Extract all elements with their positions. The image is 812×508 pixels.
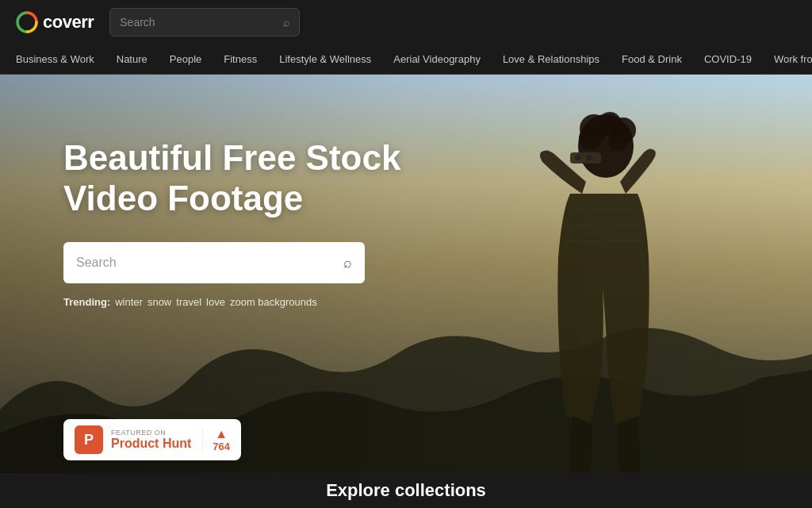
product-hunt-upvote: ▲ 764: [202, 428, 230, 452]
header-search-input[interactable]: [120, 16, 277, 29]
product-hunt-count: 764: [213, 441, 230, 452]
explore-collections-title: Explore collections: [326, 480, 486, 501]
trending-snow[interactable]: snow: [147, 296, 171, 308]
header-search-container: ⌕: [109, 8, 300, 37]
product-hunt-name: Product Hunt: [111, 437, 191, 451]
product-hunt-arrow-icon: ▲: [215, 428, 228, 441]
nav-item-aerial[interactable]: Aerial Videography: [382, 44, 492, 75]
trending-label: Trending:: [63, 296, 110, 308]
nav-items-list: Business & Work Nature People Fitness Li…: [16, 44, 812, 75]
header-search-icon: ⌕: [283, 16, 289, 29]
trending-section: Trending: winter snow travel love zoom b…: [63, 296, 400, 308]
nav-item-work-from-home[interactable]: Work from Home: [763, 44, 812, 75]
hero-title: Beautiful Free Stock Video Footage: [63, 138, 400, 218]
nav-item-covid[interactable]: COVID-19: [693, 44, 763, 75]
hero-section: Beautiful Free Stock Video Footage ⌕ Tre…: [0, 75, 812, 508]
product-hunt-text: FEATURED ON Product Hunt: [111, 429, 191, 451]
nav-item-food[interactable]: Food & Drink: [611, 44, 693, 75]
explore-collections-bar: Explore collections: [0, 473, 812, 508]
header: coverr ⌕: [0, 0, 812, 44]
trending-zoom[interactable]: zoom backgrounds: [230, 296, 317, 308]
product-hunt-badge[interactable]: P FEATURED ON Product Hunt ▲ 764: [63, 419, 241, 460]
nav-item-fitness[interactable]: Fitness: [213, 44, 268, 75]
nav-item-lifestyle[interactable]: Lifestyle & Wellness: [268, 44, 382, 75]
hero-content: Beautiful Free Stock Video Footage ⌕ Tre…: [63, 138, 400, 356]
trending-travel[interactable]: travel: [176, 296, 201, 308]
hero-search-container: ⌕: [63, 242, 365, 283]
logo-text: coverr: [43, 12, 94, 33]
nav-item-business[interactable]: Business & Work: [16, 44, 105, 75]
product-hunt-featured-label: FEATURED ON: [111, 429, 191, 437]
nav-item-nature[interactable]: Nature: [105, 44, 159, 75]
trending-winter[interactable]: winter: [115, 296, 143, 308]
product-hunt-logo: P: [75, 425, 103, 454]
trending-love[interactable]: love: [206, 296, 225, 308]
hero-search-input[interactable]: [76, 256, 335, 270]
logo-icon: [16, 11, 38, 33]
main-nav: Business & Work Nature People Fitness Li…: [0, 44, 812, 75]
nav-item-people[interactable]: People: [159, 44, 213, 75]
nav-item-love[interactable]: Love & Relationships: [492, 44, 611, 75]
hero-search-icon: ⌕: [343, 255, 352, 271]
logo[interactable]: coverr: [16, 11, 94, 33]
